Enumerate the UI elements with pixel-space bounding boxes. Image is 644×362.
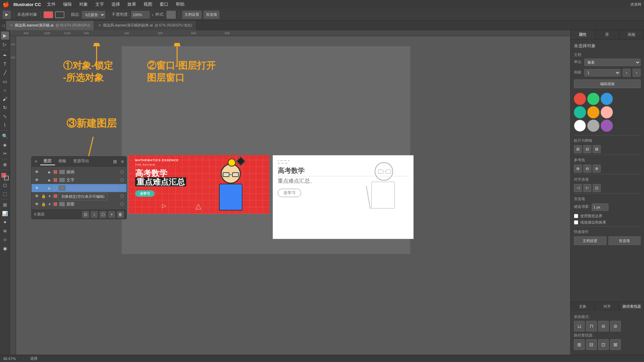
layers-tab-boards[interactable]: 画板 [55,158,70,165]
layer-lock-1[interactable] [41,177,46,183]
layer-vis-2[interactable]: 👁 [34,185,40,191]
layers-close-btn[interactable]: ✕ [34,159,38,164]
layers-tab-assets[interactable]: 资源导出 [70,158,93,165]
path-finder-btn-4[interactable]: ⊠ [610,339,621,350]
path-finder-btn-2[interactable]: ⊟ [586,339,597,350]
swatch-white[interactable] [574,120,586,132]
menu-file[interactable]: 文件 [44,1,59,8]
guides-btn-2[interactable]: ⊖ [583,165,591,173]
path-finder-btn-1[interactable]: ⊞ [574,339,585,350]
tool-extra-5[interactable]: ⊹ [1,236,9,244]
layer-row-1[interactable]: 👁 ▶ 文字 [32,176,126,184]
edit-template-btn[interactable]: 编辑画板 [574,79,641,88]
tool-rect[interactable]: ▭ [1,77,9,85]
layer-lock-2[interactable] [41,185,46,191]
layers-collect-btn[interactable]: ⬡ [100,211,106,218]
opacity-input[interactable] [131,11,150,18]
tool-extra-1[interactable]: ◻ [1,181,9,189]
unit-select[interactable]: 像素 [584,59,641,66]
layer-expand-1[interactable]: ▶ [48,177,52,183]
layer-expand-3[interactable]: ▼ [48,193,52,199]
stroke-select[interactable]: 3点圆形 [82,11,105,18]
tool-shear[interactable]: ⌇ [1,121,9,129]
tab-1-close[interactable]: ✕ [10,23,13,27]
swatch-purple[interactable] [601,120,613,132]
layer-vis-1[interactable]: 👁 [34,177,40,183]
tool-rotate[interactable]: ↻ [1,104,9,112]
tool-extra-6[interactable]: ◉ [1,244,9,252]
layers-tab-layers[interactable]: 图层 [40,158,55,165]
canvas-area[interactable]: 300 1200 1100 200 100 300 500 600 100 20… [10,30,570,355]
align-right-btn[interactable]: ⊡ [593,184,601,192]
right-tab-properties[interactable]: 属性 [571,30,595,39]
swatch-gray[interactable] [587,120,599,132]
menu-select[interactable]: 选择 [108,1,123,8]
right-bottom-tab-transform[interactable]: 支换 [571,302,595,311]
apple-menu[interactable]: 🍎 [3,1,9,8]
shape-mode-unite[interactable]: ⊔ [574,321,585,331]
preferences-btn-toolbar[interactable]: 首选项 [204,11,219,19]
guides-btn-1[interactable]: ⊕ [574,165,582,173]
tool-text[interactable]: T [1,60,9,68]
tab-2[interactable]: ✕ 插边风-banner演示稿的副本.ai @ 67% (RGB/GPU 预览) [94,21,197,30]
tool-direct-select[interactable]: ▷ [1,40,9,48]
tool-pen[interactable]: ✒ [1,51,9,59]
rulers-btn-3[interactable]: ⊠ [593,145,601,153]
layer-lock-0[interactable] [41,169,46,175]
tool-extra-4[interactable]: ≋ [1,227,9,235]
swatch-blue[interactable] [601,93,613,105]
layers-new-layer-btn[interactable]: + [108,211,115,218]
layer-lock-3[interactable]: 🔒 [41,193,46,199]
keyboard-increment-input[interactable] [592,203,608,211]
menu-view[interactable]: 视图 [140,1,156,8]
swatch-orange[interactable] [587,106,599,118]
swatch-green[interactable] [587,93,599,105]
rulers-btn-2[interactable]: ⊟ [583,145,591,153]
layer-name-input-2[interactable] [66,186,119,190]
fill-color-btn[interactable] [44,11,53,18]
stroke-color-btn[interactable] [55,11,64,18]
right-tab-library[interactable]: 库 [595,30,620,39]
tool-scissors[interactable]: ✂ [1,149,9,158]
align-left-btn[interactable]: ⊣ [574,184,582,192]
menu-edit[interactable]: 编辑 [60,1,75,8]
layers-move-btn[interactable]: ↕ [91,211,98,218]
tool-brush[interactable]: 🖌 [1,95,9,103]
fill-stroke-widget[interactable] [1,173,9,180]
layer-row-0[interactable]: 👁 ▶ 插画 [32,168,126,176]
align-center-btn[interactable]: ⊢ [583,184,591,192]
menu-text[interactable]: 文字 [92,1,107,8]
tool-line[interactable]: ╱ [1,69,9,77]
layer-name-edit-input[interactable] [66,186,119,190]
tab-2-close[interactable]: ✕ [98,23,101,27]
style-selector[interactable] [166,11,176,19]
menu-help[interactable]: 帮助 [172,1,188,8]
tab-scroll-left[interactable]: ◁ [0,23,6,28]
tool-blend[interactable]: ◈ [1,141,9,149]
preferences-action-btn[interactable]: 首选项 [608,236,641,245]
tool-ellipse[interactable]: ○ [1,86,9,94]
template-select[interactable]: 1 [584,69,621,76]
doc-settings-action-btn[interactable]: 文档设置 [574,236,606,245]
tab-1[interactable]: ✕ 插边风-banner演示稿.ai @ 66.67% (RGB/GPU) [6,21,94,30]
template-next-btn[interactable]: › [633,69,641,77]
swatch-red[interactable] [574,93,586,105]
swatch-teal[interactable] [574,106,586,118]
layer-row-4[interactable]: 👁 🔒 ▼ 原图 [32,200,126,208]
tool-select[interactable]: ▶ [1,32,9,40]
layers-delete-btn[interactable]: 🗑 [117,211,124,218]
opacity-expand[interactable]: › [152,12,153,18]
layer-vis-0[interactable]: 👁 [34,169,40,175]
tool-extra-2[interactable]: ⬚ [1,190,9,198]
tool-scale[interactable]: ⤡ [1,112,9,120]
layer-vis-3[interactable]: 👁 [34,193,40,199]
layers-expand-btn[interactable]: ⊞ [113,159,117,164]
swatch-pink[interactable] [601,106,613,118]
right-bottom-tab-pathfinder[interactable]: 路径查找器 [620,302,644,311]
preview-bounds-checkbox[interactable] [574,214,578,218]
layer-expand-0[interactable]: ▶ [48,169,52,175]
rulers-btn-1[interactable]: ⊞ [574,145,582,153]
shape-mode-minus[interactable]: ⊘ [610,321,621,331]
path-finder-btn-3[interactable]: ⊡ [598,339,609,350]
layer-expand-2[interactable]: ▶ [48,185,52,191]
